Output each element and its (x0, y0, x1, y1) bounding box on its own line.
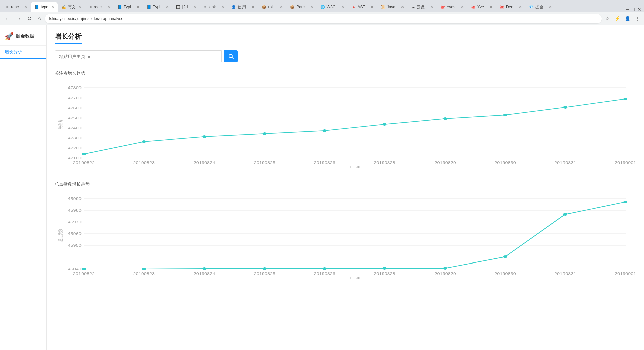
svg-text:20190823: 20190823 (133, 161, 155, 165)
forward-button[interactable]: → (14, 14, 23, 23)
search-button[interactable] (224, 50, 238, 62)
chart-followers-svg: 47800 47700 47600 47500 47400 47300 4720… (55, 81, 636, 168)
chart-followers: 关注者增长趋势 47800 47700 47600 47500 (55, 70, 636, 168)
svg-text:20190829: 20190829 (434, 161, 456, 165)
tab-react2[interactable]: ⚛ reac... ✕ (85, 2, 113, 12)
tab-close-yves1[interactable]: ✕ (459, 5, 464, 9)
search-row (55, 50, 636, 62)
toolbar-icons: ☆ ⚡ 👤 ⋮ (604, 15, 641, 23)
tab-jenk[interactable]: ⚙ jenk... ✕ (200, 2, 228, 12)
tab-close-react2[interactable]: ✕ (105, 5, 110, 9)
tab-close-juejin[interactable]: ✕ (547, 5, 552, 9)
search-input[interactable] (55, 50, 222, 62)
tab-close-yve2[interactable]: ✕ (487, 5, 493, 9)
tab-close-den[interactable]: ✕ (517, 5, 522, 9)
tab-close-rolli[interactable]: ✕ (278, 5, 283, 9)
home-button[interactable]: ⌂ (36, 14, 43, 23)
tab-close-type[interactable]: ✕ (49, 5, 54, 9)
tab-close-cloud[interactable]: ✕ (428, 5, 433, 9)
svg-text:20190828: 20190828 (374, 272, 395, 276)
tab-yves1[interactable]: 🐙 Yves... ✕ (437, 2, 467, 12)
tab-close-ast[interactable]: ✕ (368, 5, 374, 9)
extensions-button[interactable]: ⚡ (613, 15, 622, 23)
tab-w3c[interactable]: 🌐 W3C... ✕ (317, 2, 348, 12)
tab-close-typi2[interactable]: ✕ (164, 5, 169, 9)
logo-text: 掘金数据 (16, 33, 34, 39)
tab-yve2[interactable]: 🐙 Yve... ✕ (468, 2, 496, 12)
tab-close-w3c[interactable]: ✕ (339, 5, 344, 9)
close-window-button[interactable]: ✕ (637, 7, 641, 12)
svg-text:20190830: 20190830 (494, 272, 516, 276)
reload-button[interactable]: ↺ (25, 14, 34, 23)
tab-java[interactable]: 📜 Java... ✕ (377, 2, 408, 12)
minimize-button[interactable]: ─ (626, 7, 629, 12)
tab-write[interactable]: ✍ 写文 ✕ (58, 2, 85, 12)
tab-icon-react: ⚛ (6, 5, 9, 9)
svg-text:45960: 45960 (68, 232, 81, 236)
svg-text:...: ... (77, 255, 82, 259)
back-button[interactable]: ← (3, 14, 12, 23)
svg-text:45950: 45950 (68, 244, 81, 247)
svg-text:20190901: 20190901 (615, 272, 636, 276)
svg-text:20190824: 20190824 (194, 272, 215, 276)
chart-followers-title: 关注者增长趋势 (55, 70, 636, 76)
svg-point-22 (263, 132, 267, 135)
tab-typi2[interactable]: 📘 Typi... ✕ (143, 2, 172, 12)
svg-point-60 (323, 267, 327, 270)
profile-button[interactable]: 👤 (623, 15, 632, 23)
svg-text:20190901: 20190901 (615, 161, 636, 165)
bookmark-button[interactable]: ☆ (604, 15, 611, 23)
svg-text:20190825: 20190825 (254, 161, 276, 165)
svg-point-27 (564, 106, 568, 109)
svg-text:日期: 日期 (350, 276, 361, 279)
tab-icon-type: 📘 (34, 5, 39, 9)
tab-den[interactable]: 🐙 Den... ✕ (496, 2, 525, 12)
tab-use[interactable]: 👤 使用... ✕ (228, 2, 258, 12)
svg-text:45970: 45970 (68, 220, 81, 224)
svg-text:20190831: 20190831 (554, 272, 576, 276)
tab-2d[interactable]: 🔲 [2d... ✕ (173, 2, 200, 12)
tab-type[interactable]: 📘 type ✕ (31, 2, 58, 12)
tab-ast[interactable]: 🔺 AST... ✕ (348, 2, 377, 12)
logo-icon: 🚀 (5, 32, 14, 41)
menu-button[interactable]: ⋮ (633, 15, 641, 23)
address-input[interactable] (45, 14, 602, 23)
tab-close-typi1[interactable]: ✕ (134, 5, 140, 9)
tab-typi1[interactable]: 📘 Typi... ✕ (114, 2, 143, 12)
tab-close-java[interactable]: ✕ (399, 5, 404, 9)
sidebar-item-growth[interactable]: 增长分析 (0, 46, 46, 59)
svg-point-63 (503, 255, 507, 258)
main-content: 增长分析 关注者增长趋势 (47, 25, 644, 350)
chart-likes-svg: 45990 45980 45970 45960 45950 ... 45040 … (55, 192, 636, 279)
tab-rolli[interactable]: 📦 rolli... ✕ (258, 2, 286, 12)
tab-juejin[interactable]: 💎 掘金... ✕ (526, 2, 555, 12)
svg-point-24 (383, 123, 387, 126)
sidebar: 🚀 掘金数据 增长分析 (0, 25, 47, 350)
svg-text:日期: 日期 (350, 165, 361, 168)
tab-close-use[interactable]: ✕ (249, 5, 255, 9)
new-tab-button[interactable]: + (556, 2, 564, 12)
maximize-button[interactable]: □ (632, 7, 635, 12)
svg-text:20190823: 20190823 (133, 272, 155, 276)
browser-chrome: ⚛ reac... ✕ 📘 type ✕ ✍ 写文 ✕ ⚛ reac... ✕ … (0, 0, 644, 25)
svg-text:47700: 47700 (68, 96, 81, 100)
chart-likes-wrapper: 45990 45980 45970 45960 45950 ... 45040 … (55, 192, 636, 279)
tab-close-parc[interactable]: ✕ (308, 5, 313, 9)
tab-close-jenk[interactable]: ✕ (219, 5, 224, 9)
svg-text:47200: 47200 (68, 146, 81, 150)
svg-text:20190824: 20190824 (194, 161, 215, 165)
tab-close-react[interactable]: ✕ (22, 5, 27, 9)
svg-text:20190826: 20190826 (314, 161, 335, 165)
svg-point-26 (503, 114, 507, 116)
tab-close-2d[interactable]: ✕ (191, 5, 196, 9)
sidebar-logo: 🚀 掘金数据 (0, 29, 46, 46)
tab-close-write[interactable]: ✕ (76, 5, 82, 9)
svg-text:20190828: 20190828 (374, 161, 395, 165)
tab-cloud[interactable]: ☁ 云盘... ✕ (408, 2, 437, 12)
tab-react[interactable]: ⚛ reac... ✕ (3, 2, 31, 12)
svg-text:45040: 45040 (68, 267, 81, 271)
tab-parc[interactable]: 📦 Parc... ✕ (287, 2, 317, 12)
svg-point-58 (202, 267, 206, 270)
svg-point-64 (564, 213, 568, 216)
svg-point-20 (142, 140, 146, 143)
